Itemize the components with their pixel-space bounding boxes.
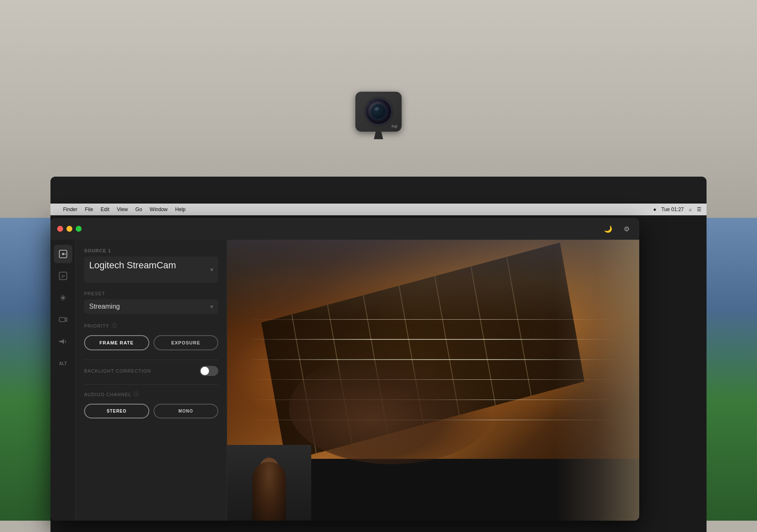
priority-buttons: FRAME RATE EXPOSURE <box>84 335 218 350</box>
sidebar-item-source2[interactable]: 2 <box>54 267 72 285</box>
audio-row: AUDIUO CHANNEL ⓘ <box>84 391 218 398</box>
menubar-right: ● Tue 01:27 ⌕ ☰ <box>653 206 701 212</box>
title-bar: 🌙 ⚙ <box>50 218 639 240</box>
video-preview <box>227 240 639 521</box>
app-body: 2 <box>50 240 639 521</box>
audio-label: AUDIUO CHANNEL <box>84 392 131 397</box>
monitor-bezel <box>50 177 707 202</box>
backlight-toggle[interactable] <box>200 366 218 376</box>
svg-text:2: 2 <box>61 274 64 278</box>
priority-label: PRIORITY <box>84 323 109 328</box>
pip-person <box>227 445 311 521</box>
gear-icon: ⚙ <box>624 225 630 233</box>
audio-btn-2[interactable]: MONO <box>154 404 219 418</box>
webcam-lens-inner <box>371 104 386 120</box>
menubar-time: Tue 01:27 <box>661 206 684 212</box>
audio-buttons: STEREO MONO <box>84 404 218 418</box>
close-button[interactable] <box>57 226 63 232</box>
pip-body <box>252 462 286 521</box>
camera-name: Logitech StreamCam <box>89 260 176 271</box>
preset-label: PRESET <box>84 291 218 296</box>
settings-button[interactable]: ⚙ <box>621 223 633 235</box>
menubar-menu-icon[interactable]: ☰ <box>697 206 701 212</box>
menubar-search-icon[interactable]: ⌕ <box>689 206 692 212</box>
pip-container <box>227 445 639 521</box>
controls-panel: SOURCE 1 Logitech StreamCam ▾ PRESET Str… <box>76 240 227 521</box>
dark-mode-button[interactable]: 🌙 <box>602 223 614 235</box>
maximize-button[interactable] <box>76 226 82 232</box>
webcam-body: logi <box>355 92 402 132</box>
menu-window[interactable]: Window <box>150 206 168 212</box>
divider-2 <box>84 384 218 385</box>
priority-info-icon[interactable]: ⓘ <box>112 322 117 329</box>
sidebar-item-alt[interactable]: ALT <box>54 354 72 373</box>
sidebar-item-effects[interactable] <box>54 288 72 307</box>
preset-dropdown-arrow: ▾ <box>210 303 213 310</box>
menu-finder[interactable]: Finder <box>63 206 77 212</box>
priority-row: PRIORITY ⓘ <box>84 322 218 329</box>
desktop-wallpaper-left <box>0 218 50 521</box>
sidebar-item-audio[interactable] <box>54 332 72 351</box>
minimize-button[interactable] <box>66 226 72 232</box>
sidebar-icons: 2 <box>50 240 76 521</box>
traffic-lights <box>57 226 82 232</box>
webcam: logi <box>355 92 402 139</box>
camera-dropdown-arrow: ▾ <box>210 266 213 273</box>
moon-icon: 🌙 <box>604 225 612 233</box>
audio-btn-1[interactable]: STEREO <box>84 404 149 418</box>
desktop-wallpaper-right <box>707 218 757 521</box>
svg-rect-4 <box>59 318 65 322</box>
frame-rate-button[interactable]: FRAME RATE <box>84 335 149 350</box>
menu-view[interactable]: View <box>117 206 128 212</box>
webcam-lens <box>365 98 392 125</box>
menubar-icon: ● <box>653 206 656 212</box>
preset-dropdown[interactable]: Streaming ▾ <box>84 299 218 314</box>
menu-go[interactable]: Go <box>135 206 142 212</box>
svg-point-3 <box>62 296 64 299</box>
title-bar-actions: 🌙 ⚙ <box>602 223 633 235</box>
source-label: SOURCE 1 <box>84 248 218 253</box>
app-window: 🌙 ⚙ 2 <box>50 218 639 521</box>
backlight-label: BACKLIGHT CORRECTION <box>84 368 151 373</box>
sidebar-item-source1[interactable] <box>54 245 72 263</box>
sidebar-item-camera[interactable] <box>54 310 72 329</box>
webcam-mount <box>374 132 383 139</box>
menu-edit[interactable]: Edit <box>101 206 109 212</box>
menu-help[interactable]: Help <box>175 206 186 212</box>
backlight-row: BACKLIGHT CORRECTION <box>84 366 218 376</box>
exposure-button[interactable]: EXPOSURE <box>154 335 219 350</box>
preset-value: Streaming <box>89 303 120 310</box>
divider-1 <box>84 360 218 360</box>
macos-menubar: Finder File Edit View Go Window Help ● T… <box>50 204 707 215</box>
audio-info-icon[interactable]: ⓘ <box>134 391 139 398</box>
webcam-brand: logi <box>392 124 397 128</box>
camera-dropdown[interactable]: Logitech StreamCam ▾ <box>84 257 218 283</box>
menu-file[interactable]: File <box>85 206 93 212</box>
